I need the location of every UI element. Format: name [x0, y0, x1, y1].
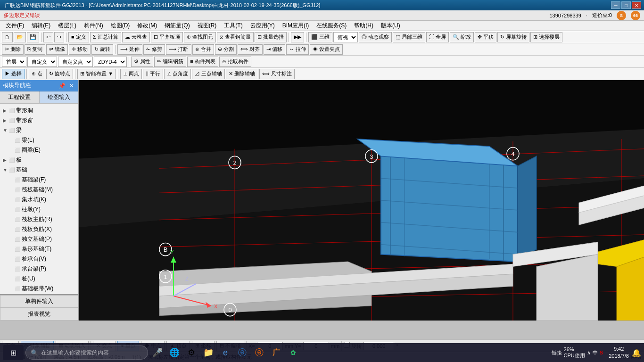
taskbar-icon-gldon[interactable]: 广: [269, 345, 284, 360]
set-grip-button[interactable]: ◈ 设置夹点: [310, 44, 343, 55]
search-bar[interactable]: 🔍 在这里输入你要搜索的内容: [25, 346, 148, 360]
tree-item-承台梁P[interactable]: ⬜承台梁(P): [7, 264, 77, 274]
menu-version[interactable]: 版本(U): [377, 21, 404, 31]
offset-button[interactable]: ⇥ 偏移: [264, 44, 285, 55]
point-button[interactable]: ⊕ 点: [29, 69, 45, 79]
point-angle-button[interactable]: ∠ 点角度: [164, 69, 191, 79]
single-component-button[interactable]: 单构件输入: [0, 295, 78, 308]
tree-item-圈梁E[interactable]: ⬜圈梁(E): [7, 145, 77, 155]
menu-file[interactable]: 文件(F): [2, 21, 28, 31]
taskbar-icon-app2[interactable]: ✿: [286, 345, 301, 360]
more-button[interactable]: ▶▶: [291, 32, 304, 42]
redo-button[interactable]: ↪: [54, 32, 64, 42]
tree-item-条形基础T[interactable]: ⬜条形基础(T): [7, 244, 77, 254]
minimize-button[interactable]: ─: [611, 1, 620, 9]
break-button[interactable]: ⟿ 打断: [166, 44, 191, 55]
trim-button[interactable]: ✁ 修剪: [143, 44, 165, 55]
level-top-button[interactable]: ⊟ 平齐板顶: [151, 32, 183, 42]
menu-bim[interactable]: BIM应用(I): [279, 21, 313, 31]
tree-item-桩U[interactable]: ⬜桩(U): [7, 274, 77, 284]
3d-button[interactable]: ⬛ 三维: [308, 32, 332, 42]
sum-calc-button[interactable]: Σ 汇总计算: [90, 32, 121, 42]
dynamic-observe-button[interactable]: ◎ 动态观察: [359, 32, 392, 42]
rotate-point-button[interactable]: ↻ 旋转点: [46, 69, 73, 79]
taskbar-icon-ie2[interactable]: ⓔ: [235, 345, 250, 360]
taskbar-icon-settings[interactable]: ⚙: [184, 345, 199, 360]
menu-edit[interactable]: 编辑(E): [28, 21, 54, 31]
extend-button[interactable]: ⟶ 延伸: [117, 44, 142, 55]
taskbar-icon-cortana[interactable]: 🎤: [150, 345, 165, 360]
viewport[interactable]: 2 3 4 B 1 0 X: [79, 80, 644, 321]
menu-view[interactable]: 视图(R): [194, 21, 221, 31]
two-point-button[interactable]: ⊥ 两点: [120, 69, 142, 79]
tree-item-带形窗[interactable]: ▶⬜带形窗: [1, 115, 77, 125]
three-point-axis-button[interactable]: ⊿ 三点辅轴: [192, 69, 225, 79]
rotate-button[interactable]: ↻ 旋转: [91, 44, 113, 55]
tree-item-基础梁F[interactable]: ⬜基础梁(F): [7, 175, 77, 185]
tree-item-筏板基础M[interactable]: ⬜筏板基础(M): [7, 185, 77, 195]
select-floor-button[interactable]: ⊞ 选择楼层: [530, 32, 562, 42]
tree-item-独立基础P[interactable]: ⬜独立基础(P): [7, 234, 77, 244]
tree-item-带形洞[interactable]: ▶⬜带形洞: [1, 106, 77, 115]
start-button[interactable]: ⊞: [3, 345, 24, 360]
zone-dropdown[interactable]: ZDYD-4: [94, 57, 127, 67]
close-button[interactable]: ✕: [632, 1, 641, 9]
taskbar-icon-ie[interactable]: e: [218, 345, 233, 360]
property-button[interactable]: ⚙ 属性: [131, 57, 153, 67]
split-button[interactable]: ⊖ 分割: [215, 44, 237, 55]
tree-item-筏板主筋R[interactable]: ⬜筏板主筋(R): [7, 214, 77, 224]
define-button[interactable]: ■ 定义: [68, 32, 89, 42]
tree-item-基础板带W[interactable]: ⬜基础板带(W): [7, 284, 77, 294]
tree-item-梁L[interactable]: ⬜梁(L): [7, 135, 77, 145]
smart-layout-button[interactable]: ⊞ 智能布置 ▼: [77, 69, 116, 79]
tree-item-基础[interactable]: ▼⬜基础: [1, 165, 77, 175]
pick-component-button[interactable]: ⊙ 抬取构件: [219, 57, 251, 67]
edit-rebar-button[interactable]: ✏ 编辑钢筋: [154, 57, 186, 67]
menu-modify[interactable]: 修改(M): [133, 21, 161, 31]
delete-axis-button[interactable]: ✕ 删除辅轴: [226, 69, 258, 79]
mirror-button[interactable]: ⇌ 镜像: [46, 44, 68, 55]
menu-component[interactable]: 构件(N): [80, 21, 107, 31]
local-3d-button[interactable]: ⬚ 局部三维: [393, 32, 425, 42]
tree-item-桩承台V[interactable]: ⬜桩承台(V): [7, 254, 77, 264]
custom-point-dropdown[interactable]: 自定义点: [58, 57, 93, 67]
open-button[interactable]: 📂: [14, 32, 26, 42]
menu-draw[interactable]: 绘图(D): [107, 21, 134, 31]
view-rebar-button[interactable]: ⧖ 查看钢筋量: [217, 32, 254, 42]
merge-button[interactable]: ⊕ 合并: [192, 44, 214, 55]
notification-button[interactable]: 🔔: [632, 348, 641, 357]
tree-item-柱墩Y[interactable]: ⬜柱墩(Y): [7, 205, 77, 214]
zoom-button[interactable]: 🔍 缩放: [450, 32, 474, 42]
menu-cloud[interactable]: 云应用(Y): [247, 21, 279, 31]
save-button[interactable]: 💾: [27, 32, 39, 42]
floor-dropdown[interactable]: 首层 二层: [2, 57, 26, 67]
component-list-button[interactable]: ≡ 构件列表: [187, 57, 218, 67]
find-element-button[interactable]: ⊕ 查找图元: [184, 32, 216, 42]
select-draw-button[interactable]: ▶ 选择: [2, 69, 25, 79]
align-button[interactable]: ⟺ 对齐: [238, 44, 263, 55]
menu-floor[interactable]: 楼层(L): [54, 21, 80, 31]
menu-help[interactable]: 帮助(H): [350, 21, 377, 31]
dimension-button[interactable]: ⟺ 尺寸标注: [259, 69, 295, 79]
undo-button[interactable]: ↩: [43, 32, 53, 42]
tree-item-集水坑K[interactable]: ⬜集水坑(K): [7, 195, 77, 205]
move-button[interactable]: ✛ 移动: [69, 44, 91, 55]
report-button[interactable]: 报表视览: [0, 308, 78, 321]
batch-select-button[interactable]: ⊡ 批量选择: [255, 32, 287, 42]
cloud-check-button[interactable]: ☁ 云检查: [122, 32, 150, 42]
taskbar-icon-ie3[interactable]: ⓔ: [252, 345, 267, 360]
tree-item-筏板负筋X[interactable]: ⬜筏板负筋(X): [7, 224, 77, 234]
fullscreen-button[interactable]: ⛶ 全屏: [426, 32, 449, 42]
menu-tools[interactable]: 工具(T): [220, 21, 246, 31]
screen-rotate-button[interactable]: ↻ 屏幕旋转: [497, 32, 529, 42]
draw-input-tab[interactable]: 绘图输入: [40, 91, 79, 103]
pan-button[interactable]: ✥ 平移: [475, 32, 496, 42]
view-dropdown[interactable]: 俯视 三维 正视: [333, 32, 358, 42]
restore-button[interactable]: □: [621, 1, 631, 9]
sidebar-close-button[interactable]: ✕: [68, 82, 75, 89]
copy-button[interactable]: ⎘ 复制: [25, 44, 45, 55]
menu-online[interactable]: 在线服务(S): [313, 21, 350, 31]
tree-item-梁[interactable]: ▼⬜梁: [1, 125, 77, 135]
parallel-button[interactable]: ∥ 平行: [143, 69, 163, 79]
menu-rebar[interactable]: 钢筋量(Q): [161, 21, 193, 31]
